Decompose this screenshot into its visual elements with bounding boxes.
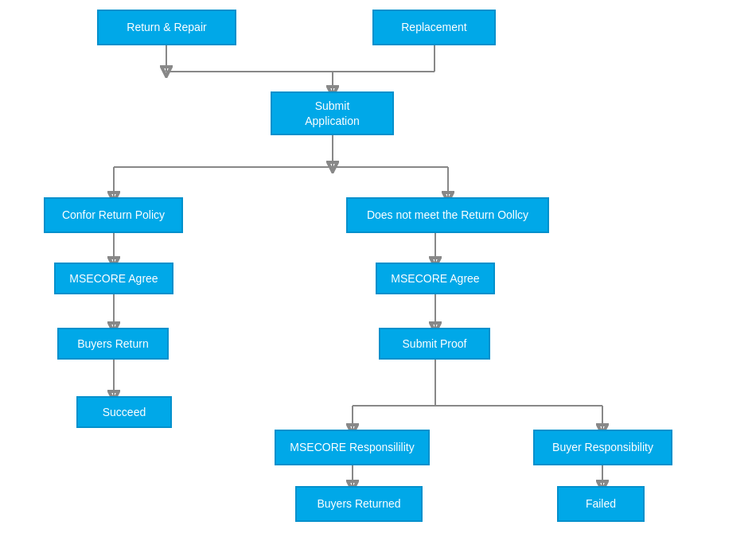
node-buyers-returned: Buyers Returned: [295, 486, 423, 522]
node-msecore-responsibility: MSECORE Responsilility: [275, 430, 430, 465]
node-failed: Failed: [557, 486, 645, 522]
node-does-not-meet: Does not meet the Return Oollcy: [346, 197, 549, 233]
node-replacement: Replacement: [372, 10, 496, 45]
node-msecore-agree-1: MSECORE Agree: [54, 263, 173, 294]
node-buyer-responsibility: Buyer Responsibility: [533, 430, 672, 465]
node-succeed: Succeed: [76, 396, 172, 428]
flowchart-diagram: Return & Repair Replacement SubmitApplic…: [0, 0, 756, 533]
node-return-repair: Return & Repair: [97, 10, 236, 45]
node-buyers-return: Buyers Return: [57, 328, 169, 360]
node-submit-proof: Submit Proof: [379, 328, 490, 360]
node-confor-policy: Confor Return Policy: [44, 197, 183, 233]
node-submit-application: SubmitApplication: [271, 91, 394, 135]
node-msecore-agree-2: MSECORE Agree: [376, 263, 495, 294]
